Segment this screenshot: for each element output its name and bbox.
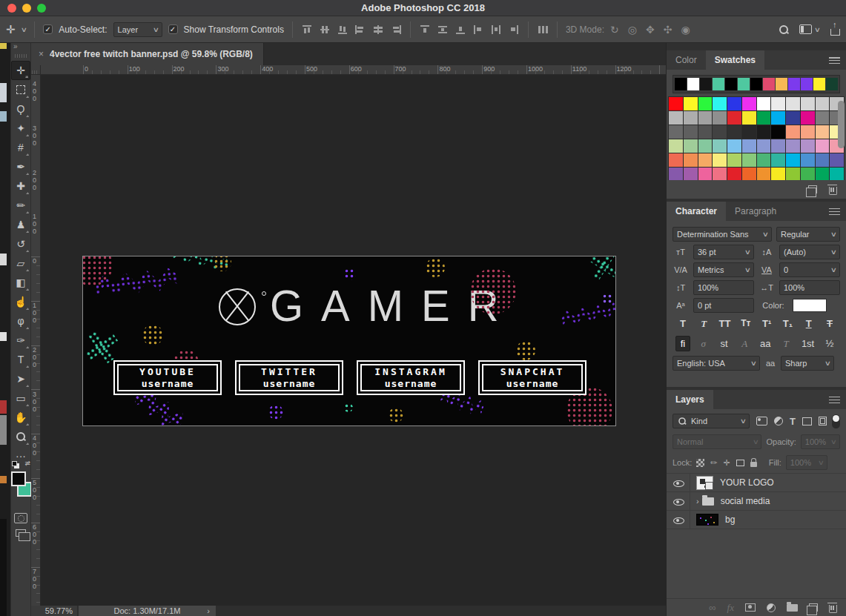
- fill-dropdown[interactable]: 100%∨: [786, 455, 827, 470]
- font-family-dropdown[interactable]: Determination Sans∨: [672, 227, 772, 242]
- swatch[interactable]: [684, 125, 698, 139]
- layer-style-icon[interactable]: fx: [727, 603, 734, 612]
- document-size-status[interactable]: Doc: 1.30M/17.1M ›: [79, 606, 216, 616]
- panel-menu-icon[interactable]: [829, 208, 840, 215]
- ruler-origin-corner[interactable]: [31, 65, 41, 75]
- swatch[interactable]: [742, 153, 756, 167]
- type-style-button[interactable]: T: [696, 318, 711, 330]
- swatch[interactable]: [757, 125, 771, 139]
- recent-swatch[interactable]: [788, 78, 800, 90]
- swatch[interactable]: [713, 97, 727, 110]
- type-style-button[interactable]: T: [675, 318, 690, 330]
- font-style-dropdown[interactable]: Regular∨: [776, 227, 840, 242]
- opentype-button[interactable]: aa: [758, 337, 773, 351]
- layer-row[interactable]: YOUR LOGO: [667, 474, 846, 492]
- swatch[interactable]: [727, 97, 741, 110]
- opentype-button[interactable]: ½: [822, 337, 837, 351]
- panel-grip-icon[interactable]: [15, 54, 27, 58]
- type-style-button[interactable]: T¹: [759, 318, 774, 330]
- swatch[interactable]: [713, 139, 727, 153]
- 3d-mode-icon[interactable]: ↻: [610, 24, 619, 36]
- baseline-shift-field[interactable]: 0 pt: [693, 298, 754, 313]
- swatch[interactable]: [816, 139, 830, 153]
- vertical-scale-field[interactable]: 100%: [693, 280, 754, 295]
- filter-smart-objects-icon[interactable]: [819, 417, 827, 425]
- swatch[interactable]: [816, 125, 830, 139]
- 3d-mode-icon[interactable]: ◉: [681, 24, 690, 36]
- recent-swatch[interactable]: [713, 78, 724, 90]
- brush-tool[interactable]: ✏: [11, 196, 30, 215]
- leading-dropdown[interactable]: (Auto)∨: [779, 245, 840, 259]
- swatch[interactable]: [801, 125, 815, 139]
- swatch[interactable]: [757, 139, 771, 153]
- type-style-button[interactable]: T₁: [780, 318, 795, 330]
- swatch[interactable]: [816, 168, 830, 180]
- swatch[interactable]: [816, 97, 830, 110]
- foreground-color-swatch[interactable]: [11, 471, 26, 486]
- document-tab[interactable]: × 4vector free twitch banner.psd @ 59.8%…: [31, 43, 264, 65]
- swatch[interactable]: [757, 97, 771, 110]
- swatch[interactable]: [801, 168, 815, 180]
- swatch[interactable]: [786, 153, 800, 167]
- swatch[interactable]: [801, 139, 815, 153]
- swatch[interactable]: [684, 168, 698, 180]
- auto-select-target-dropdown[interactable]: Layer∨: [113, 22, 162, 37]
- recent-swatch[interactable]: [738, 78, 750, 90]
- swatch[interactable]: [801, 153, 815, 167]
- layer-row[interactable]: ›social media: [667, 492, 846, 511]
- swatch[interactable]: [830, 168, 844, 180]
- filter-kind-dropdown[interactable]: Kind∨: [672, 414, 750, 428]
- smudge-tool[interactable]: ☝: [11, 292, 30, 311]
- quick-selection-tool[interactable]: ✦: [11, 119, 30, 138]
- tracking-dropdown[interactable]: 0∨: [779, 262, 840, 277]
- delete-layer-icon[interactable]: [829, 605, 837, 613]
- search-icon[interactable]: [779, 24, 789, 35]
- filter-type-layers-icon[interactable]: T: [790, 417, 796, 426]
- tab-color[interactable]: Color: [667, 50, 706, 70]
- opentype-button[interactable]: 1st: [799, 337, 816, 351]
- swatch[interactable]: [713, 125, 727, 139]
- close-tab-icon[interactable]: ×: [39, 49, 44, 59]
- font-size-dropdown[interactable]: 36 pt∨: [693, 245, 754, 259]
- swatch[interactable]: [727, 111, 741, 125]
- swatch[interactable]: [830, 153, 844, 167]
- share-icon[interactable]: [830, 29, 840, 36]
- pen-tool[interactable]: ✑: [11, 331, 30, 350]
- status-chevron-icon[interactable]: ›: [207, 606, 210, 615]
- swatch[interactable]: [713, 111, 727, 125]
- chevron-down-icon[interactable]: ∨: [20, 26, 27, 33]
- recent-swatch[interactable]: [700, 78, 712, 90]
- swatch[interactable]: [786, 168, 800, 180]
- align-top-edges-button[interactable]: [301, 24, 313, 35]
- recent-swatch[interactable]: [763, 78, 775, 90]
- lock-position-icon[interactable]: ✛: [724, 459, 730, 467]
- swatch[interactable]: [698, 139, 713, 153]
- zoom-level-field[interactable]: 59.77%: [31, 606, 77, 616]
- marquee-tool[interactable]: [11, 80, 30, 99]
- lasso-tool[interactable]: Ϙ: [11, 99, 30, 119]
- recent-swatch[interactable]: [725, 78, 737, 90]
- swatch[interactable]: [786, 125, 800, 139]
- swatch[interactable]: [771, 153, 785, 167]
- lock-all-icon[interactable]: [750, 462, 757, 467]
- lock-artboard-icon[interactable]: [736, 460, 744, 466]
- history-brush-tool[interactable]: ↺: [11, 234, 30, 254]
- swatch[interactable]: [801, 97, 815, 110]
- delete-swatch-icon[interactable]: [829, 187, 837, 195]
- tab-layers[interactable]: Layers: [667, 390, 713, 409]
- opentype-button[interactable]: T: [779, 337, 793, 351]
- language-dropdown[interactable]: English: USA∨: [672, 356, 760, 371]
- vertical-ruler[interactable]: 4 0 03 0 02 0 01 0 001 0 02 0 03 0 04 0 …: [31, 75, 41, 606]
- distribute-bottom-edges-button[interactable]: [455, 24, 466, 35]
- scrollbar-thumb[interactable]: [838, 101, 845, 148]
- filter-adjustment-layers-icon[interactable]: [774, 417, 783, 425]
- recent-swatch[interactable]: [750, 78, 762, 90]
- swatch[interactable]: [684, 97, 698, 110]
- distribute-vertical-centers-button[interactable]: [437, 24, 449, 35]
- tab-swatches[interactable]: Swatches: [706, 50, 764, 70]
- swatch[interactable]: [816, 153, 830, 167]
- swatch[interactable]: [742, 97, 756, 110]
- swatch[interactable]: [713, 153, 727, 167]
- swatch[interactable]: [786, 97, 800, 110]
- layer-thumbnail[interactable]: [696, 514, 718, 526]
